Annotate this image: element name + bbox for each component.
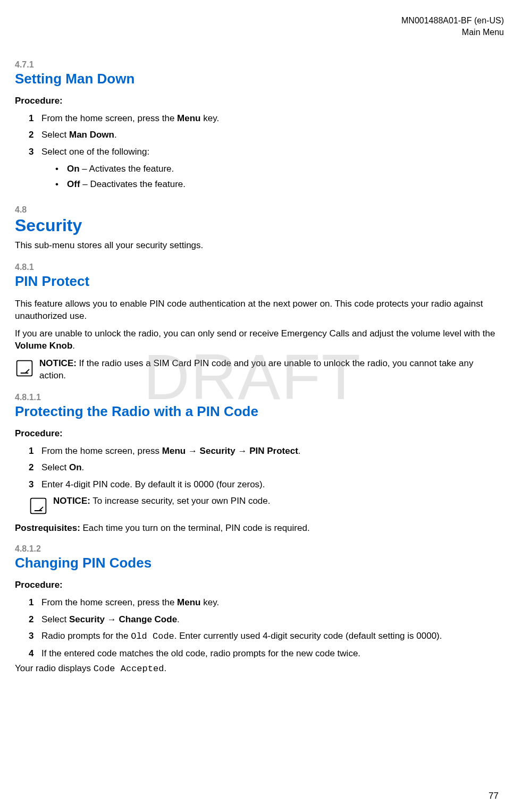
step-text: Enter 4-digit PIN code. By default it is… [41, 479, 265, 489]
body-text: If you are unable to unlock the radio, y… [15, 328, 498, 352]
section-number: 4.8.1.2 [15, 544, 498, 554]
notice-body: If the radio uses a SIM Card PIN code an… [39, 358, 473, 380]
step-text: Select [41, 462, 69, 472]
body-text: This sub-menu stores all your security s… [15, 240, 498, 252]
section-number: 4.8.1 [15, 263, 498, 272]
step-text: From the home screen, press the [41, 113, 177, 123]
option-bold: On [67, 164, 80, 174]
option-text: – Activates the feature. [80, 164, 174, 174]
step-item: 2 Select On. [29, 461, 498, 475]
section-heading: Setting Man Down [15, 71, 498, 87]
list-item: Off – Deactivates the feature. [55, 177, 498, 192]
step-bold: Security [69, 614, 105, 624]
doc-id: MN001488A01-BF (en-US) [0, 15, 504, 27]
step-text: . [82, 462, 85, 472]
step-text: key. [201, 597, 220, 607]
notice-icon [29, 496, 48, 515]
notice-block: NOTICE: To increase security, set your o… [29, 495, 498, 515]
step-item: 3 Radio prompts for the Old Code. Enter … [29, 629, 498, 644]
body-text: . [72, 341, 75, 351]
step-number: 2 [29, 128, 33, 142]
procedure-steps: 1 From the home screen, press Menu → Sec… [15, 444, 498, 516]
notice-block: NOTICE: If the radio uses a SIM Card PIN… [15, 358, 498, 382]
section-number: 4.8 [15, 205, 498, 215]
procedure-label: Procedure: [15, 428, 498, 439]
section-heading: PIN Protect [15, 273, 498, 290]
step-bold: PIN Protect [249, 446, 298, 456]
svg-rect-1 [31, 498, 46, 514]
svg-rect-0 [17, 360, 32, 376]
option-list: On – Activates the feature. Off – Deacti… [41, 162, 498, 192]
procedure-steps: 1 From the home screen, press the Menu k… [15, 596, 498, 660]
step-text: Radio prompts for the [41, 631, 131, 641]
option-bold: Off [67, 179, 80, 189]
notice-icon [15, 359, 34, 378]
body-text: If you are unable to unlock the radio, y… [15, 328, 495, 339]
step-text: . Enter currently used 4-digit security … [174, 631, 442, 641]
section-heading: Protecting the Radio with a PIN Code [15, 403, 498, 420]
postreq-label: Postrequisites: [15, 523, 80, 533]
step-item: 1 From the home screen, press the Menu k… [29, 596, 498, 610]
step-item: 4 If the entered code matches the old co… [29, 647, 498, 661]
step-item: 1 From the home screen, press the Menu k… [29, 112, 498, 125]
postreq-text: Each time you turn on the terminal, PIN … [80, 523, 310, 533]
step-text: → [105, 614, 119, 624]
result-text-part: . [164, 663, 166, 673]
step-text: → [186, 446, 199, 456]
section-number: 4.7.1 [15, 60, 498, 70]
step-text: Select one of the following: [41, 147, 149, 157]
doc-section: Main Menu [0, 27, 504, 38]
procedure-label: Procedure: [15, 96, 498, 106]
step-number: 1 [29, 596, 33, 610]
procedure-label: Procedure: [15, 580, 498, 590]
step-text: Select [41, 130, 69, 140]
step-bold: Menu [177, 113, 200, 123]
result-text: Your radio displays Code Accepted. [15, 663, 498, 674]
step-item: 2 Select Security → Change Code. [29, 613, 498, 627]
step-bold: Security [200, 446, 235, 456]
step-text: key. [201, 113, 220, 123]
step-bold: Menu [162, 446, 186, 456]
step-text: → [235, 446, 249, 456]
step-text: From the home screen, press the [41, 597, 177, 607]
step-item: 2 Select Man Down. [29, 128, 498, 142]
postrequisites: Postrequisites: Each time you turn on th… [15, 523, 498, 534]
step-bold: Menu [177, 597, 200, 607]
step-number: 3 [29, 145, 33, 159]
section-heading: Changing PIN Codes [15, 555, 498, 571]
body-text: This feature allows you to enable PIN co… [15, 298, 498, 323]
step-number: 2 [29, 613, 33, 627]
page-content: 4.7.1 Setting Man Down Procedure: 1 From… [0, 39, 505, 674]
notice-label: NOTICE: [39, 358, 77, 368]
section-heading: Security [15, 216, 498, 235]
step-text: Select [41, 614, 69, 624]
step-text: From the home screen, press [41, 446, 162, 456]
option-text: – Deactivates the feature. [80, 179, 186, 189]
page-header: MN001488A01-BF (en-US) Main Menu [0, 15, 505, 39]
step-item: 1 From the home screen, press Menu → Sec… [29, 444, 498, 458]
notice-body: To increase security, set your own PIN c… [90, 496, 271, 506]
page-number: 77 [489, 791, 499, 801]
step-code: Old Code [131, 631, 174, 641]
notice-text: NOTICE: If the radio uses a SIM Card PIN… [39, 358, 498, 382]
section-number: 4.8.1.1 [15, 393, 498, 402]
step-bold: On [69, 462, 82, 472]
result-code: Code Accepted [94, 664, 164, 674]
list-item: On – Activates the feature. [55, 162, 498, 177]
step-number: 3 [29, 629, 33, 643]
step-number: 1 [29, 112, 33, 125]
step-text: . [298, 446, 301, 456]
notice-label: NOTICE: [53, 496, 90, 506]
step-item: 3 Select one of the following: On – Acti… [29, 145, 498, 192]
step-bold: Change Code [119, 614, 178, 624]
step-text: If the entered code matches the old code… [41, 648, 360, 658]
step-item: 3 Enter 4-digit PIN code. By default it … [29, 478, 498, 516]
result-text-part: Your radio displays [15, 663, 94, 673]
step-bold: Man Down [69, 130, 114, 140]
body-bold: Volume Knob [15, 341, 72, 351]
step-text: . [114, 130, 117, 140]
step-number: 1 [29, 444, 33, 458]
step-text: . [177, 614, 180, 624]
notice-text: NOTICE: To increase security, set your o… [53, 495, 270, 508]
step-number: 3 [29, 478, 33, 492]
